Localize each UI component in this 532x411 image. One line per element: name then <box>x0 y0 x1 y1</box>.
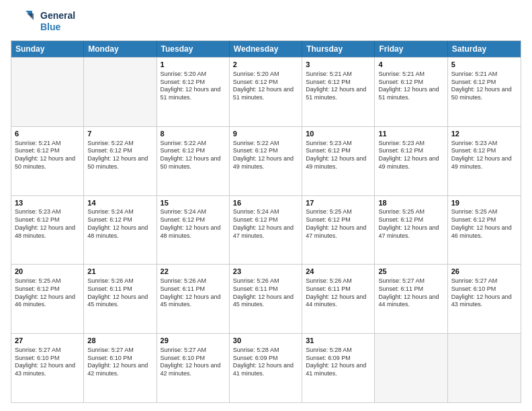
day-info: Sunrise: 5:23 AM Sunset: 6:12 PM Dayligh… <box>306 140 371 171</box>
calendar-row-5: 27Sunrise: 5:27 AM Sunset: 6:10 PM Dayli… <box>11 333 521 402</box>
calendar-cell: 25Sunrise: 5:27 AM Sunset: 6:11 PM Dayli… <box>375 265 447 333</box>
calendar-cell <box>84 58 157 126</box>
day-number: 20 <box>15 267 80 277</box>
day-number: 26 <box>451 267 517 277</box>
svg-marker-1 <box>27 13 34 20</box>
day-info: Sunrise: 5:22 AM Sunset: 6:12 PM Dayligh… <box>87 140 152 171</box>
weekday-header-friday: Friday <box>375 41 447 57</box>
day-info: Sunrise: 5:26 AM Sunset: 6:11 PM Dayligh… <box>161 277 226 309</box>
day-info: Sunrise: 5:26 AM Sunset: 6:11 PM Dayligh… <box>87 277 152 309</box>
day-info: Sunrise: 5:26 AM Sunset: 6:11 PM Dayligh… <box>233 277 298 309</box>
calendar-cell: 27Sunrise: 5:27 AM Sunset: 6:10 PM Dayli… <box>11 334 84 402</box>
logo-blue: Blue <box>40 21 75 33</box>
weekday-header-sunday: Sunday <box>11 41 84 57</box>
day-info: Sunrise: 5:21 AM Sunset: 6:12 PM Dayligh… <box>378 71 443 102</box>
day-info: Sunrise: 5:20 AM Sunset: 6:12 PM Dayligh… <box>233 71 298 102</box>
calendar-cell <box>375 334 447 402</box>
calendar-cell: 30Sunrise: 5:28 AM Sunset: 6:09 PM Dayli… <box>230 334 302 402</box>
calendar-cell: 26Sunrise: 5:27 AM Sunset: 6:10 PM Dayli… <box>448 265 521 333</box>
calendar-row-4: 20Sunrise: 5:25 AM Sunset: 6:12 PM Dayli… <box>11 264 521 333</box>
day-number: 11 <box>378 129 443 139</box>
calendar-cell: 19Sunrise: 5:25 AM Sunset: 6:12 PM Dayli… <box>448 196 521 265</box>
calendar: SundayMondayTuesdayWednesdayThursdayFrid… <box>11 40 521 403</box>
day-info: Sunrise: 5:27 AM Sunset: 6:10 PM Dayligh… <box>451 277 517 309</box>
calendar-cell: 8Sunrise: 5:22 AM Sunset: 6:12 PM Daylig… <box>157 127 230 195</box>
day-info: Sunrise: 5:24 AM Sunset: 6:12 PM Dayligh… <box>87 208 152 240</box>
calendar-cell: 23Sunrise: 5:26 AM Sunset: 6:11 PM Dayli… <box>230 265 302 333</box>
logo-graphic: General Blue <box>11 8 75 35</box>
calendar-cell: 28Sunrise: 5:27 AM Sunset: 6:10 PM Dayli… <box>84 334 157 402</box>
calendar-row-1: 1Sunrise: 5:20 AM Sunset: 6:12 PM Daylig… <box>11 57 521 126</box>
calendar-cell <box>11 58 84 126</box>
calendar-cell: 15Sunrise: 5:24 AM Sunset: 6:12 PM Dayli… <box>157 196 230 265</box>
day-info: Sunrise: 5:23 AM Sunset: 6:12 PM Dayligh… <box>451 140 517 171</box>
calendar-cell: 5Sunrise: 5:21 AM Sunset: 6:12 PM Daylig… <box>448 58 521 126</box>
day-number: 5 <box>451 60 517 70</box>
calendar-cell: 10Sunrise: 5:23 AM Sunset: 6:12 PM Dayli… <box>302 127 375 195</box>
day-info: Sunrise: 5:28 AM Sunset: 6:09 PM Dayligh… <box>306 347 371 378</box>
calendar-header: SundayMondayTuesdayWednesdayThursdayFrid… <box>11 41 521 57</box>
day-info: Sunrise: 5:23 AM Sunset: 6:12 PM Dayligh… <box>378 140 443 171</box>
calendar-cell: 2Sunrise: 5:20 AM Sunset: 6:12 PM Daylig… <box>230 58 302 126</box>
calendar-cell: 16Sunrise: 5:24 AM Sunset: 6:12 PM Dayli… <box>230 196 302 265</box>
day-info: Sunrise: 5:25 AM Sunset: 6:12 PM Dayligh… <box>306 208 371 240</box>
day-info: Sunrise: 5:21 AM Sunset: 6:12 PM Dayligh… <box>306 71 371 102</box>
calendar-cell: 17Sunrise: 5:25 AM Sunset: 6:12 PM Dayli… <box>302 196 375 265</box>
calendar-cell: 3Sunrise: 5:21 AM Sunset: 6:12 PM Daylig… <box>302 58 375 126</box>
logo-general: General <box>40 10 75 21</box>
calendar-cell: 24Sunrise: 5:26 AM Sunset: 6:11 PM Dayli… <box>302 265 375 333</box>
calendar-row-3: 13Sunrise: 5:23 AM Sunset: 6:12 PM Dayli… <box>11 195 521 265</box>
day-info: Sunrise: 5:27 AM Sunset: 6:11 PM Dayligh… <box>378 277 443 309</box>
day-number: 28 <box>87 336 152 346</box>
day-number: 13 <box>15 198 80 208</box>
day-number: 31 <box>306 336 371 346</box>
day-number: 9 <box>233 129 298 139</box>
day-info: Sunrise: 5:25 AM Sunset: 6:12 PM Dayligh… <box>15 277 80 309</box>
day-number: 21 <box>87 267 152 277</box>
calendar-cell: 1Sunrise: 5:20 AM Sunset: 6:12 PM Daylig… <box>157 58 230 126</box>
calendar-cell: 22Sunrise: 5:26 AM Sunset: 6:11 PM Dayli… <box>157 265 230 333</box>
calendar-row-2: 6Sunrise: 5:21 AM Sunset: 6:12 PM Daylig… <box>11 126 521 195</box>
day-number: 29 <box>161 336 226 346</box>
logo-svg <box>11 8 38 35</box>
day-number: 12 <box>451 129 517 139</box>
day-info: Sunrise: 5:28 AM Sunset: 6:09 PM Dayligh… <box>233 347 298 378</box>
day-number: 16 <box>233 198 298 208</box>
logo: General Blue <box>11 8 75 35</box>
day-number: 22 <box>161 267 226 277</box>
day-info: Sunrise: 5:24 AM Sunset: 6:12 PM Dayligh… <box>233 208 298 240</box>
day-number: 3 <box>306 60 371 70</box>
day-info: Sunrise: 5:27 AM Sunset: 6:10 PM Dayligh… <box>15 347 80 378</box>
day-info: Sunrise: 5:21 AM Sunset: 6:12 PM Dayligh… <box>451 71 517 102</box>
day-number: 10 <box>306 129 371 139</box>
day-number: 19 <box>451 198 517 208</box>
day-number: 17 <box>306 198 371 208</box>
day-number: 1 <box>161 60 226 70</box>
day-number: 14 <box>87 198 152 208</box>
day-info: Sunrise: 5:22 AM Sunset: 6:12 PM Dayligh… <box>233 140 298 171</box>
day-number: 15 <box>161 198 226 208</box>
weekday-header-monday: Monday <box>84 41 157 57</box>
weekday-header-wednesday: Wednesday <box>230 41 302 57</box>
day-number: 27 <box>15 336 80 346</box>
calendar-cell: 31Sunrise: 5:28 AM Sunset: 6:09 PM Dayli… <box>302 334 375 402</box>
day-number: 25 <box>378 267 443 277</box>
day-info: Sunrise: 5:27 AM Sunset: 6:10 PM Dayligh… <box>161 347 226 378</box>
day-number: 8 <box>161 129 226 139</box>
day-number: 30 <box>233 336 298 346</box>
day-info: Sunrise: 5:25 AM Sunset: 6:12 PM Dayligh… <box>451 208 517 240</box>
day-info: Sunrise: 5:21 AM Sunset: 6:12 PM Dayligh… <box>15 140 80 171</box>
day-number: 24 <box>306 267 371 277</box>
day-info: Sunrise: 5:23 AM Sunset: 6:12 PM Dayligh… <box>15 208 80 240</box>
day-info: Sunrise: 5:27 AM Sunset: 6:10 PM Dayligh… <box>87 347 152 378</box>
weekday-header-saturday: Saturday <box>448 41 521 57</box>
calendar-cell: 29Sunrise: 5:27 AM Sunset: 6:10 PM Dayli… <box>157 334 230 402</box>
day-number: 2 <box>233 60 298 70</box>
header: General Blue <box>11 8 521 35</box>
day-info: Sunrise: 5:22 AM Sunset: 6:12 PM Dayligh… <box>161 140 226 171</box>
day-info: Sunrise: 5:26 AM Sunset: 6:11 PM Dayligh… <box>306 277 371 309</box>
calendar-cell: 9Sunrise: 5:22 AM Sunset: 6:12 PM Daylig… <box>230 127 302 195</box>
day-number: 23 <box>233 267 298 277</box>
calendar-cell: 14Sunrise: 5:24 AM Sunset: 6:12 PM Dayli… <box>84 196 157 265</box>
calendar-cell: 6Sunrise: 5:21 AM Sunset: 6:12 PM Daylig… <box>11 127 84 195</box>
